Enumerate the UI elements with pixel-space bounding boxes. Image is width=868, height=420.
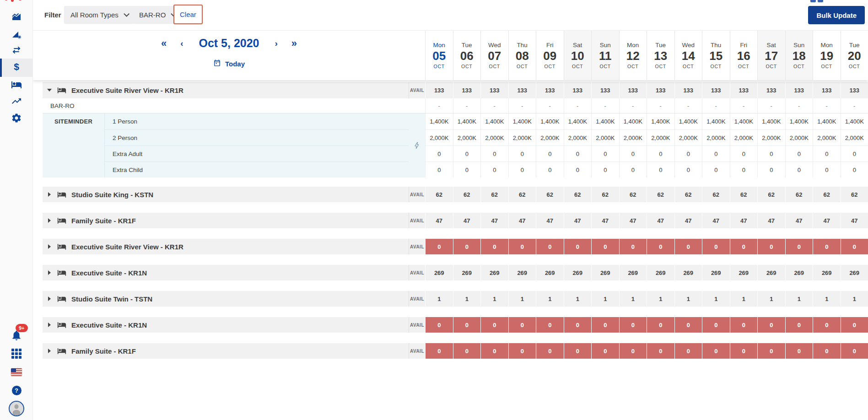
availability-cell[interactable]: 1	[757, 291, 785, 307]
rate-cell[interactable]: 2,000K	[757, 129, 785, 145]
rate-cell[interactable]: 0	[730, 145, 758, 162]
expand-caret-icon[interactable]	[47, 323, 52, 327]
availability-cell[interactable]: 1	[453, 291, 481, 307]
availability-cell[interactable]: 133	[647, 82, 674, 98]
availability-cell[interactable]: 62	[480, 187, 508, 202]
availability-cell[interactable]: 0	[785, 317, 813, 333]
rate-cell[interactable]: -	[480, 98, 508, 113]
availability-cell[interactable]: 269	[757, 265, 785, 280]
availability-cell[interactable]: 133	[813, 82, 841, 98]
availability-cell[interactable]: 133	[536, 82, 564, 98]
availability-cell[interactable]: 62	[757, 187, 785, 202]
rate-cell[interactable]: 0	[508, 162, 536, 178]
availability-cell[interactable]: 62	[674, 187, 702, 202]
rate-cell[interactable]: 0	[647, 145, 674, 162]
availability-cell[interactable]: 62	[425, 187, 453, 202]
availability-cell[interactable]: 0	[702, 343, 730, 359]
availability-cell[interactable]: 1	[425, 291, 453, 307]
rate-cell[interactable]: 2,000K	[564, 129, 592, 145]
rate-cell[interactable]: -	[425, 98, 453, 113]
rate-cell[interactable]: 2,000K	[453, 129, 481, 145]
sidebar-item-rates[interactable]: $	[0, 61, 33, 72]
rate-cell[interactable]: -	[674, 98, 702, 113]
availability-cell[interactable]: 62	[702, 187, 730, 202]
rate-cell[interactable]: 1,400K	[702, 113, 730, 129]
availability-cell[interactable]: 47	[536, 213, 564, 228]
current-date-title[interactable]: Oct 5, 2020	[199, 37, 259, 50]
rate-cell[interactable]: -	[536, 98, 564, 113]
availability-cell[interactable]: 0	[564, 239, 592, 254]
availability-cell[interactable]: 62	[536, 187, 564, 202]
availability-cell[interactable]: 133	[480, 82, 508, 98]
rate-cell[interactable]: 0	[480, 162, 508, 178]
availability-cell[interactable]: 1	[730, 291, 758, 307]
rate-cell[interactable]: -	[841, 98, 868, 113]
rate-cell[interactable]: 0	[785, 162, 813, 178]
rate-cell[interactable]: 0	[841, 145, 868, 162]
availability-cell[interactable]: 269	[564, 265, 592, 280]
rate-cell[interactable]: 1,400K	[674, 113, 702, 129]
rate-cell[interactable]: 0	[841, 162, 868, 178]
rate-cell[interactable]: 0	[647, 162, 674, 178]
clear-filters-button[interactable]: Clear	[173, 5, 203, 24]
availability-cell[interactable]: 47	[785, 213, 813, 228]
availability-cell[interactable]: 1	[508, 291, 536, 307]
availability-cell[interactable]: 0	[674, 317, 702, 333]
availability-cell[interactable]: 0	[536, 317, 564, 333]
rate-cell[interactable]: 0	[702, 145, 730, 162]
rate-cell[interactable]: 1,400K	[841, 113, 868, 129]
rate-cell[interactable]: -	[730, 98, 758, 113]
availability-cell[interactable]: 62	[591, 187, 619, 202]
availability-cell[interactable]: 133	[785, 82, 813, 98]
room-type-filter-dropdown[interactable]: All Room Types	[64, 6, 134, 24]
sidebar-item-help[interactable]: ?	[0, 386, 33, 395]
availability-cell[interactable]: 269	[841, 265, 868, 280]
rate-cell[interactable]: -	[591, 98, 619, 113]
availability-cell[interactable]: 1	[564, 291, 592, 307]
availability-cell[interactable]: 1	[619, 291, 647, 307]
availability-cell[interactable]: 269	[730, 265, 758, 280]
collapse-caret-icon[interactable]	[47, 89, 52, 92]
rate-cell[interactable]: 1,400K	[619, 113, 647, 129]
sidebar-item-rooms[interactable]	[0, 79, 33, 90]
room-row[interactable]: Executive Suite River View - KR1R AVAIL …	[43, 239, 868, 254]
room-row[interactable]: Studio Suite King - KSTN AVAIL 62 62 62 …	[43, 187, 868, 202]
next-day-button[interactable]: ›	[275, 39, 278, 48]
availability-cell[interactable]: 1	[647, 291, 674, 307]
rate-cell[interactable]: 1,400K	[453, 113, 481, 129]
rate-cell[interactable]: 2,000K	[425, 129, 453, 145]
rate-cell[interactable]: 1,400K	[730, 113, 758, 129]
availability-cell[interactable]: 0	[730, 343, 758, 359]
availability-cell[interactable]: 1	[702, 291, 730, 307]
availability-cell[interactable]: 0	[813, 343, 841, 359]
expand-caret-icon[interactable]	[47, 349, 52, 353]
availability-cell[interactable]: 47	[564, 213, 592, 228]
fast-backward-button[interactable]: «	[161, 38, 167, 48]
availability-cell[interactable]: 0	[757, 239, 785, 254]
availability-cell[interactable]: 133	[591, 82, 619, 98]
availability-cell[interactable]: 133	[702, 82, 730, 98]
rate-cell[interactable]: 2,000K	[674, 129, 702, 145]
availability-cell[interactable]: 133	[730, 82, 758, 98]
rate-cell[interactable]: 1,400K	[425, 113, 453, 129]
availability-cell[interactable]: 269	[785, 265, 813, 280]
availability-cell[interactable]: 62	[619, 187, 647, 202]
rate-cell[interactable]: 0	[425, 162, 453, 178]
availability-cell[interactable]: 133	[841, 82, 868, 98]
availability-cell[interactable]: 269	[480, 265, 508, 280]
rate-cell[interactable]: 2,000K	[813, 129, 841, 145]
rate-cell[interactable]: 1,400K	[564, 113, 592, 129]
availability-cell[interactable]: 1	[813, 291, 841, 307]
availability-cell[interactable]: 0	[453, 239, 481, 254]
rate-cell[interactable]: -	[702, 98, 730, 113]
sidebar-item-profile[interactable]	[0, 401, 33, 416]
rate-cell[interactable]: 0	[813, 162, 841, 178]
availability-cell[interactable]: 62	[841, 187, 868, 202]
availability-cell[interactable]: 269	[536, 265, 564, 280]
availability-cell[interactable]: 0	[564, 343, 592, 359]
availability-cell[interactable]: 0	[785, 343, 813, 359]
availability-cell[interactable]: 1	[841, 291, 868, 307]
rate-cell[interactable]: 0	[785, 145, 813, 162]
availability-cell[interactable]: 269	[453, 265, 481, 280]
availability-cell[interactable]: 0	[757, 343, 785, 359]
